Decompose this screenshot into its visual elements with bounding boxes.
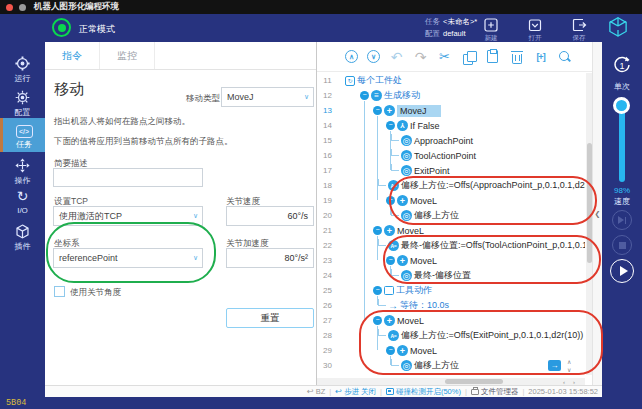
new-button[interactable]: 新建: [473, 17, 509, 43]
save-button[interactable]: 保存: [561, 17, 597, 43]
sidebar-item-run[interactable]: 运行: [0, 53, 45, 87]
tree-row-11[interactable]: ↻每个工件处: [339, 73, 585, 88]
file-manager-button[interactable]: 文件管理器: [471, 387, 519, 397]
copy-icon[interactable]: [461, 49, 476, 64]
scroll-down-icon[interactable]: ∨: [567, 367, 571, 373]
app-logo-cube-icon: [605, 15, 631, 45]
stop-button[interactable]: [612, 235, 632, 255]
collapse-node-icon[interactable]: −: [384, 121, 397, 130]
move-type-select[interactable]: MoveJ: [221, 87, 314, 107]
tree-connector: [378, 239, 386, 246]
close-window-icon[interactable]: [6, 4, 13, 11]
tree-connector: [391, 149, 399, 156]
window-titlebar: 机器人图形化编程环境: [0, 0, 642, 14]
minimize-window-icon[interactable]: [19, 4, 26, 11]
brief-description-input[interactable]: [53, 168, 203, 187]
tcp-select[interactable]: 使用激活的TCP: [53, 206, 203, 226]
tree-row-17[interactable]: ◎ExitPoint: [339, 163, 585, 178]
collapse-node-icon[interactable]: −: [371, 226, 384, 235]
tree-row-13[interactable]: −+MoveJ: [339, 103, 585, 118]
tree-row-27[interactable]: −+MoveL: [339, 313, 585, 328]
joint-speed-input[interactable]: 60°/s: [226, 206, 314, 226]
tree-row-18[interactable]: A=偏移上方位:=Offs(ApproachPoint_p,0.1,0.1,d2…: [339, 178, 585, 193]
single-run-mode[interactable]: 1 单次: [602, 54, 642, 92]
move-icon: +: [397, 195, 408, 206]
line-number: 12: [317, 88, 338, 103]
collapse-panel-icon[interactable]: ❮: [595, 210, 601, 218]
line-number: 30: [317, 358, 338, 373]
reset-button[interactable]: 重置: [226, 308, 314, 328]
tree-row-23[interactable]: −+MoveL: [339, 253, 585, 268]
execution-pointer-icon[interactable]: →: [548, 360, 561, 371]
undo-icon[interactable]: ↶: [389, 49, 404, 64]
collision-detection-status[interactable]: 碰撞检测开启(50%): [386, 387, 461, 397]
tree-row-26[interactable]: →等待：10.0s: [339, 298, 585, 313]
tree-row-15[interactable]: ◎ApproachPoint: [339, 133, 585, 148]
speed-slider[interactable]: [619, 100, 625, 182]
collapse-node-icon[interactable]: −: [371, 316, 384, 325]
tree-connector-line: [364, 101, 365, 320]
expand-all-icon[interactable]: ∨: [367, 50, 380, 63]
run-icon: [0, 55, 45, 72]
cut-icon[interactable]: ✂: [437, 49, 452, 64]
joint-accel-input[interactable]: 80°/s²: [226, 248, 314, 268]
tree-row-28[interactable]: A=偏移上方位:=Offs(ExitPoint_p,0.1,0.1,d2r(10…: [339, 328, 585, 343]
collapse-node-icon[interactable]: −: [371, 286, 384, 295]
normal-mode-indicator-icon: [52, 18, 71, 37]
horizontal-scroll-thumb[interactable]: [445, 379, 503, 384]
sidebar-item-task[interactable]: </>任务: [0, 118, 45, 152]
waypoint-icon: ◎: [401, 165, 412, 176]
collapse-node-icon[interactable]: −: [384, 346, 397, 355]
collapse-node-icon[interactable]: −: [358, 91, 371, 100]
tab-monitor[interactable]: 监控: [100, 42, 155, 69]
collapse-all-icon[interactable]: ∧: [345, 50, 358, 63]
tree-connector: [378, 179, 386, 186]
collapse-node-icon[interactable]: −: [371, 106, 384, 115]
tree-toolbar: ∧∨↶↷✂[+]: [317, 42, 593, 72]
step-button[interactable]: [612, 210, 632, 230]
search-icon[interactable]: [557, 49, 572, 64]
tree-row-24[interactable]: ◎最终-偏移位置: [339, 268, 585, 283]
sidebar-item-io[interactable]: ↻I/O: [0, 185, 45, 219]
paste-icon[interactable]: [485, 49, 500, 64]
assign-icon: A=: [388, 330, 399, 341]
panel-splitter[interactable]: ❮: [592, 42, 602, 385]
tree-row-12[interactable]: −≡生成移动: [339, 88, 585, 103]
sidebar-item-config[interactable]: 配置: [0, 87, 45, 121]
sidebar-item-operate[interactable]: 操作: [0, 155, 45, 189]
tree-row-29[interactable]: −+MoveL: [339, 343, 585, 358]
tree-row-25[interactable]: −工具动作: [339, 283, 585, 298]
tree-row-30[interactable]: ◎偏移上方位→: [339, 358, 585, 373]
scroll-up-icon[interactable]: ∧: [567, 359, 571, 365]
tab-instruction[interactable]: 指令: [45, 42, 100, 69]
tree-horizontal-scrollbar[interactable]: [317, 378, 585, 385]
tree-row-19[interactable]: −+MoveL: [339, 193, 585, 208]
wait-arrow-icon: →: [388, 300, 398, 311]
redo-icon[interactable]: ↷: [413, 49, 428, 64]
collapse-node-icon[interactable]: −: [384, 256, 397, 265]
line-number: 19: [317, 193, 338, 208]
collapse-node-icon[interactable]: −: [384, 196, 397, 205]
line-number: 16: [317, 148, 338, 163]
frame-select[interactable]: referencePoint: [53, 248, 203, 268]
gear-icon: [0, 89, 45, 106]
move-icon: +: [384, 225, 395, 236]
sidebar-item-plugin[interactable]: 插件: [0, 221, 45, 255]
tree-row-22[interactable]: A=最终-偏移位置:=Offs(ToolActionPoint_p,0.1,0.…: [339, 238, 585, 253]
speed-slider-knob[interactable]: [613, 97, 630, 114]
replace-icon[interactable]: [+]: [533, 49, 548, 64]
tree-row-16[interactable]: ◎ToolActionPoint: [339, 148, 585, 163]
open-button[interactable]: 打开: [517, 17, 553, 43]
use-joint-angle-checkbox[interactable]: [54, 286, 65, 297]
tree-row-20[interactable]: ◎偏移上方位: [339, 208, 585, 223]
step-mode-status[interactable]: ↩步进 关闭: [335, 387, 376, 397]
description-line-1: 指出机器人将如何在路点之间移动。: [54, 116, 190, 128]
delete-icon[interactable]: [509, 49, 524, 64]
play-button[interactable]: [610, 259, 634, 283]
play-icon: [620, 266, 628, 276]
collision-icon: [386, 388, 394, 395]
save-file-icon: [561, 17, 597, 33]
tree-row-21[interactable]: −+MoveL: [339, 223, 585, 238]
tree-row-14[interactable]: −YIf False: [339, 118, 585, 133]
line-number: 11: [317, 73, 338, 88]
